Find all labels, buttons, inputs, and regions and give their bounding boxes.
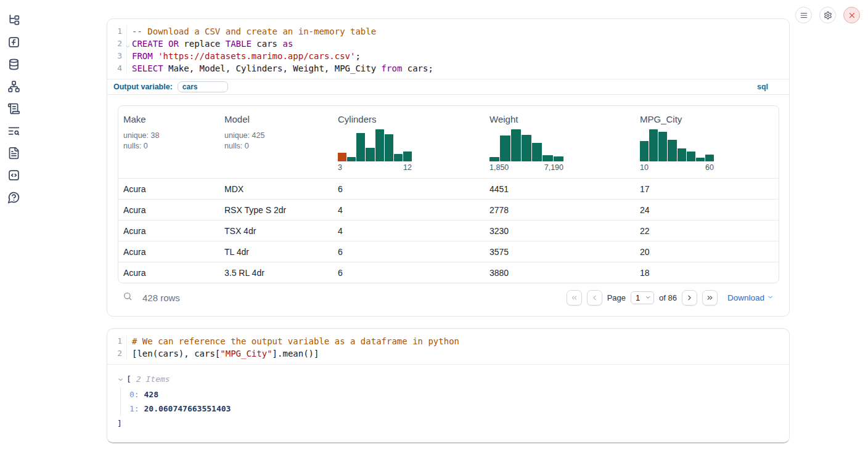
histogram-bar xyxy=(705,155,714,161)
histogram-bar xyxy=(338,153,346,161)
line-number: 1 xyxy=(107,25,127,38)
documentation-panel-file-text-icon[interactable] xyxy=(6,145,21,160)
tree-entry-value: 428 xyxy=(139,390,158,399)
variables-panel-function-icon[interactable] xyxy=(6,34,21,49)
download-button[interactable]: Download xyxy=(727,293,774,302)
shutdown-button[interactable] xyxy=(843,7,860,23)
histogram-bar xyxy=(394,154,403,161)
datasources-panel-database-icon[interactable] xyxy=(6,57,21,71)
column-histogram: 1,8507,190 xyxy=(489,129,563,172)
dependency-graph-panel-network-icon[interactable] xyxy=(6,79,21,94)
search-icon[interactable] xyxy=(123,291,133,304)
table-cell: MDX xyxy=(219,179,333,199)
histogram-bar xyxy=(347,157,356,161)
histogram-axis: 1060 xyxy=(640,163,714,172)
sql-cell: 1-- Download a CSV and create an in-memo… xyxy=(107,18,790,317)
table-cell: RSX Type S 2dr xyxy=(219,200,333,220)
menu-button[interactable] xyxy=(795,7,812,23)
table-row[interactable]: AcuraTSX 4dr4323022 xyxy=(118,220,779,241)
fold-chevron-icon[interactable] xyxy=(125,41,131,47)
collapse-icon[interactable] xyxy=(117,376,124,383)
histogram-bar xyxy=(356,133,365,161)
table-row[interactable]: AcuraRSX Type S 2dr4277824 xyxy=(118,199,779,220)
code-text: CREATE OR replace TABLE cars as xyxy=(127,38,293,50)
snippets-panel-code-box-icon[interactable] xyxy=(6,168,21,182)
histogram-bar xyxy=(375,129,384,161)
language-badge[interactable]: sql xyxy=(757,83,768,91)
table-body: AcuraMDX6445117AcuraRSX Type S 2dr427782… xyxy=(118,178,779,283)
column-header-make[interactable]: Makeunique: 38nulls: 0 xyxy=(118,106,219,178)
open-bracket: [ xyxy=(126,373,131,386)
output-variable-input[interactable]: cars xyxy=(178,81,228,92)
table-header-row: Makeunique: 38nulls: 0Modelunique: 425nu… xyxy=(118,106,779,178)
code-line: 4SELECT Make, Model, Cylinders, Weight, … xyxy=(107,62,789,75)
table-cell: 6 xyxy=(333,241,485,262)
code-line: 2[len(cars), cars["MPG_City"].mean()] xyxy=(107,347,789,360)
code-line: 3FROM 'https://datasets.marimo.app/cars.… xyxy=(107,50,789,62)
code-text: FROM 'https://datasets.marimo.app/cars.c… xyxy=(127,50,361,62)
column-header-weight[interactable]: Weight1,8507,190 xyxy=(485,106,635,178)
page-select-value: 1 xyxy=(636,293,640,302)
items-count-label: 2 Items xyxy=(136,373,170,386)
table-cell: 3230 xyxy=(485,220,635,241)
table-cell: Acura xyxy=(118,262,219,283)
column-header-model[interactable]: Modelunique: 425nulls: 0 xyxy=(219,106,333,178)
page-total: of 86 xyxy=(659,293,677,302)
table-footer: 428 rows Page 1 of 86 Download xyxy=(118,284,779,311)
next-page-button[interactable] xyxy=(682,290,697,305)
histogram-bar xyxy=(554,156,563,161)
tree-entries: 0: 4281: 20.060747663551403 xyxy=(120,387,779,416)
table-cell: 18 xyxy=(635,262,779,283)
page-select[interactable]: 1 xyxy=(631,291,654,304)
line-number: 2 xyxy=(107,347,127,360)
histogram-axis: 312 xyxy=(338,163,412,172)
code-text: SELECT Make, Model, Cylinders, Weight, M… xyxy=(127,62,433,75)
code-line: 1# We can reference the output variable … xyxy=(107,335,789,347)
python-code-editor[interactable]: 1# We can reference the output variable … xyxy=(107,329,789,364)
column-stats: unique: 425nulls: 0 xyxy=(224,131,330,152)
row-count: 428 rows xyxy=(142,293,180,303)
table-cell: 4 xyxy=(333,200,485,220)
table-cell: TSX 4dr xyxy=(219,220,333,241)
settings-button[interactable] xyxy=(819,7,836,23)
column-histogram: 1060 xyxy=(640,129,714,172)
table-row[interactable]: AcuraMDX6445117 xyxy=(118,178,779,199)
table-cell: 3.5 RL 4dr xyxy=(219,262,333,283)
column-name: Weight xyxy=(489,114,633,124)
logs-panel-text-search-icon[interactable] xyxy=(6,123,21,138)
line-number: 1 xyxy=(107,335,127,347)
column-header-cylinders[interactable]: Cylinders312 xyxy=(333,106,485,178)
download-label: Download xyxy=(727,293,764,302)
sql-cell-output: Makeunique: 38nulls: 0Modelunique: 425nu… xyxy=(107,95,789,316)
table-row[interactable]: Acura3.5 RL 4dr6388018 xyxy=(118,262,779,283)
helper-sidebar xyxy=(0,0,27,449)
tree-entry: 1: 20.060747663551403 xyxy=(129,402,779,416)
scratchpad-panel-scroll-icon[interactable] xyxy=(6,101,21,116)
column-name: Cylinders xyxy=(338,114,482,124)
sql-code-editor[interactable]: 1-- Download a CSV and create an in-memo… xyxy=(107,19,789,79)
histogram-bar xyxy=(403,152,412,161)
file-explorer-file-tree-icon[interactable] xyxy=(6,12,21,27)
table-cell: 2778 xyxy=(485,200,635,220)
histogram-bar xyxy=(366,148,374,161)
tree-entry-value: 20.060747663551403 xyxy=(139,404,231,413)
tree-entry-key: 0: xyxy=(129,390,139,399)
histogram-bar xyxy=(687,152,695,161)
column-header-mpg_city[interactable]: MPG_City1060 xyxy=(635,106,779,178)
histogram-bar xyxy=(489,157,499,161)
table-row[interactable]: AcuraTL 4dr6357520 xyxy=(118,241,779,262)
line-number: 2 xyxy=(107,38,127,50)
column-name: Make xyxy=(123,114,217,124)
line-number: 4 xyxy=(107,62,127,75)
prev-page-button[interactable] xyxy=(587,290,602,305)
first-page-button[interactable] xyxy=(567,290,582,305)
output-variable-label: Output variable: xyxy=(113,83,173,91)
chevron-down-icon xyxy=(767,293,774,302)
column-name: MPG_City xyxy=(640,114,776,124)
histogram-bar xyxy=(649,129,658,161)
help-panel-help-icon[interactable] xyxy=(6,190,21,204)
histogram-bar xyxy=(696,158,705,161)
last-page-button[interactable] xyxy=(702,290,718,305)
column-name: Model xyxy=(224,114,330,124)
chevron-down-icon xyxy=(645,293,651,302)
